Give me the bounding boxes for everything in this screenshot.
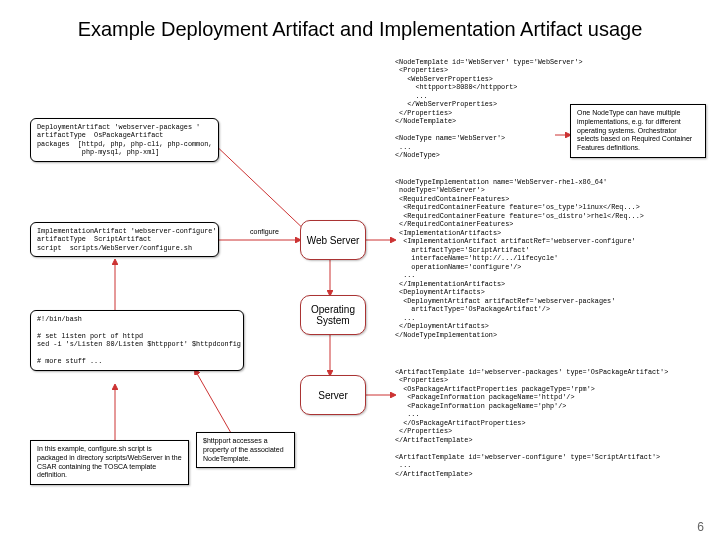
- configure-label: configure: [250, 228, 279, 235]
- implementation-artifact-box: ImplementationArtifact 'webserver-config…: [30, 222, 219, 257]
- node-operating-system: Operating System: [300, 295, 366, 335]
- page-number: 6: [697, 520, 704, 534]
- svg-line-0: [210, 140, 310, 235]
- deployment-artifact-box: DeploymentArtifact 'webserver-packages '…: [30, 118, 219, 162]
- script-content-box: #!/bin/bash # set listen port of httpd s…: [30, 310, 244, 371]
- page-title: Example Deployment Artifact and Implemen…: [0, 18, 720, 41]
- node-server: Server: [300, 375, 366, 415]
- code-artifacttemplate: <ArtifactTemplate id='webserver-packages…: [395, 368, 695, 478]
- svg-line-4: [195, 370, 235, 440]
- note-nodetype-callout: One NodeType can have multiple implement…: [570, 104, 706, 158]
- code-nodetypeimpl: <NodeTypeImplementation name='WebServer-…: [395, 178, 695, 339]
- code-nodetemplate: <NodeTemplate id='WebServer' type='WebSe…: [395, 58, 555, 160]
- note-httpport-callout: $httpport accesses a property of the ass…: [196, 432, 295, 468]
- node-web-server: Web Server: [300, 220, 366, 260]
- note-example-callout: In this example, configure.sh script is …: [30, 440, 189, 485]
